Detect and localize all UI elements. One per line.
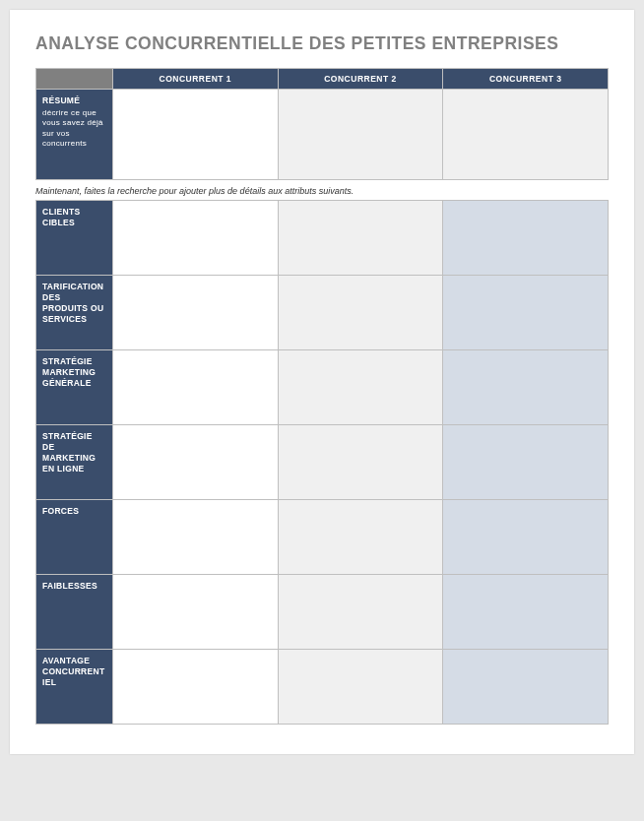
cell-summary-c3[interactable] xyxy=(443,90,609,180)
cell-r1-c3[interactable] xyxy=(443,201,609,276)
cell-r2-c1[interactable] xyxy=(113,276,279,350)
cell-r7-c2[interactable] xyxy=(278,650,443,725)
header-row: CONCURRENT 1 CONCURRENT 2 CONCURRENT 3 xyxy=(36,69,609,90)
row-marketing-online: STRATÉGIE DE MARKETING EN LIGNE xyxy=(36,425,609,500)
row-label-summary-sub: décrire ce que vous savez déjà sur vos c… xyxy=(42,108,106,150)
row-strengths: FORCES xyxy=(36,500,609,575)
cell-r2-c2[interactable] xyxy=(278,276,443,350)
cell-r5-c1[interactable] xyxy=(113,500,279,575)
cell-r3-c2[interactable] xyxy=(278,350,443,425)
cell-r2-c3[interactable] xyxy=(443,276,609,350)
row-label-weaknesses: FAIBLESSES xyxy=(36,575,113,650)
cell-r1-c2[interactable] xyxy=(278,201,443,276)
cell-r5-c2[interactable] xyxy=(278,500,443,575)
row-label-advantage: AVANTAGE CONCURRENTIEL xyxy=(36,650,113,725)
row-label-marketing-online: STRATÉGIE DE MARKETING EN LIGNE xyxy=(36,425,113,500)
cell-summary-c1[interactable] xyxy=(113,90,279,180)
column-header-1: CONCURRENT 1 xyxy=(113,69,279,90)
cell-r7-c3[interactable] xyxy=(443,650,609,725)
cell-summary-c2[interactable] xyxy=(278,90,443,180)
cell-r6-c3[interactable] xyxy=(443,575,609,650)
row-clients: CLIENTS CIBLES xyxy=(36,201,609,276)
cell-r5-c3[interactable] xyxy=(443,500,609,575)
cell-r4-c3[interactable] xyxy=(443,425,609,500)
summary-row: RÉSUMÉ décrire ce que vous savez déjà su… xyxy=(36,90,609,180)
row-label-pricing: TARIFICATION DES PRODUITS OU SERVICES xyxy=(36,276,113,350)
cell-r4-c2[interactable] xyxy=(278,425,443,500)
cell-r3-c1[interactable] xyxy=(113,350,279,425)
page-title: ANALYSE CONCURRENTIELLE DES PETITES ENTR… xyxy=(35,33,609,54)
cell-r1-c1[interactable] xyxy=(113,201,279,276)
document-page: ANALYSE CONCURRENTIELLE DES PETITES ENTR… xyxy=(10,10,634,754)
cell-r7-c1[interactable] xyxy=(113,650,279,725)
row-label-summary: RÉSUMÉ décrire ce que vous savez déjà su… xyxy=(36,90,113,180)
details-table: CLIENTS CIBLES TARIFICATION DES PRODUITS… xyxy=(35,200,609,725)
cell-r6-c1[interactable] xyxy=(113,575,279,650)
row-advantage: AVANTAGE CONCURRENTIEL xyxy=(36,650,609,725)
row-marketing-general: STRATÉGIE MARKETING GÉNÉRALE xyxy=(36,350,609,425)
cell-r3-c3[interactable] xyxy=(443,350,609,425)
column-header-3: CONCURRENT 3 xyxy=(443,69,609,90)
column-header-2: CONCURRENT 2 xyxy=(278,69,443,90)
row-pricing: TARIFICATION DES PRODUITS OU SERVICES xyxy=(36,276,609,350)
row-label-clients: CLIENTS CIBLES xyxy=(36,201,113,276)
row-label-strengths: FORCES xyxy=(36,500,113,575)
instruction-text: Maintenant, faites la recherche pour ajo… xyxy=(35,186,609,196)
header-corner xyxy=(36,69,113,90)
row-label-marketing-general: STRATÉGIE MARKETING GÉNÉRALE xyxy=(36,350,113,425)
summary-table: CONCURRENT 1 CONCURRENT 2 CONCURRENT 3 R… xyxy=(35,68,609,180)
cell-r4-c1[interactable] xyxy=(113,425,279,500)
row-weaknesses: FAIBLESSES xyxy=(36,575,609,650)
row-label-summary-title: RÉSUMÉ xyxy=(42,95,80,105)
cell-r6-c2[interactable] xyxy=(278,575,443,650)
